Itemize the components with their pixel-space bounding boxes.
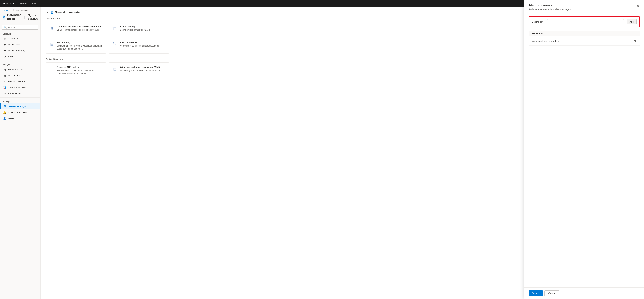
card-desc: Resolve device hostnames based on IP add… (57, 69, 103, 75)
detection-engines-icon: ◎ (49, 26, 54, 31)
card-title: Port naming (57, 41, 103, 44)
sidebar-item-label: Custom alert rules (8, 111, 26, 114)
risk-assessment-icon: ≡ (3, 80, 6, 83)
card-desc: Define unique names for VLANs (120, 29, 150, 32)
instance-label: contoso - 22.2.6 (20, 2, 36, 5)
sidebar-item-device-map[interactable]: ◉ Device map (0, 42, 40, 48)
card-desc: Selectively probe Windo... more informat… (120, 69, 161, 72)
port-naming-icon: ▤ (49, 42, 54, 47)
delete-button[interactable]: 🗑 (632, 38, 638, 44)
sidebar-item-overview[interactable]: ⊡ Overview (0, 36, 40, 42)
search-input[interactable] (8, 26, 37, 29)
reverse-dns-icon: ⊡ (49, 66, 54, 71)
vlan-naming-icon: ▦ (112, 26, 118, 31)
card-body: Windows endpoint monitoring (WMI) Select… (120, 66, 161, 72)
sidebar-item-label: Device inventory (8, 49, 25, 52)
sidebar-item-device-inventory[interactable]: ☰ Device inventory (0, 48, 40, 54)
title-sep: | (24, 15, 25, 19)
attack-vector-icon: 🗺 (3, 92, 6, 95)
sidebar-item-custom-alert-rules[interactable]: 🔔 Custom alert rules (0, 109, 40, 115)
sidebar-item-trends-statistics[interactable]: 📊 Trends & statistics (0, 85, 40, 90)
comment-text: Needs info from vendor team (531, 40, 632, 42)
sidebar-item-attack-vector[interactable]: 🗺 Attack vector (0, 90, 40, 96)
description-column-header: Description (531, 32, 630, 35)
search-icon: 🔍 (4, 26, 6, 29)
description-input[interactable] (547, 19, 624, 24)
sidebar-item-label: Data mining (8, 74, 20, 77)
panel-subtitle: Add custom comments to alert messages (528, 8, 570, 11)
topbar-divider: | (17, 2, 17, 5)
sidebar-item-label: Risk assessment (8, 80, 25, 83)
card-reverse-dns[interactable]: ⊡ Reverse DNS lookup Resolve device host… (46, 62, 106, 79)
customization-cards-grid: ◎ Detection engines and network modellin… (46, 22, 169, 54)
breadcrumb-home[interactable]: Home (3, 9, 8, 11)
device-inventory-icon: ☰ (3, 49, 6, 52)
alert-comments-panel: Alert comments Add custom comments to al… (524, 7, 644, 299)
breadcrumb: Home > System settings (0, 7, 40, 12)
section-icon: ⊞ (50, 11, 53, 15)
panel-body: Description* Add Description Needs info … (524, 13, 644, 287)
sidebar-item-label: Alerts (8, 55, 14, 58)
trends-icon: 📊 (3, 86, 6, 89)
panel-footer: Submit Cancel (524, 287, 644, 299)
card-title: Alert comments (120, 41, 159, 44)
section-collapse-button[interactable]: ▼ (46, 11, 49, 14)
data-mining-icon: ▦ (3, 74, 6, 77)
card-title: Detection engines and network modelling (57, 25, 102, 28)
sidebar-item-data-mining[interactable]: ▦ Data mining (0, 73, 40, 79)
panel-header: Alert comments Add custom comments to al… (524, 7, 644, 13)
active-discovery-cards-grid: ⊡ Reverse DNS lookup Resolve device host… (46, 62, 169, 79)
search-box[interactable]: 🔍 (2, 25, 38, 30)
page-title-area: ⚙ Defender for IoT | System settings (0, 12, 40, 23)
content-area: Home > System settings ⚙ Defender for Io… (0, 7, 644, 299)
event-timeline-icon: ▤ (3, 68, 6, 71)
card-alert-comments[interactable]: 🛡 Alert comments Add custom comments to … (109, 38, 169, 54)
device-map-icon: ◉ (3, 43, 6, 46)
sidebar-item-alerts[interactable]: 🛡 Alerts (0, 54, 40, 60)
breadcrumb-current: System settings (13, 9, 28, 11)
card-body: VLAN naming Define unique names for VLAN… (120, 25, 150, 32)
card-body: Reverse DNS lookup Resolve device hostna… (57, 66, 103, 75)
sidebar-item-users[interactable]: 👤 Users (0, 115, 40, 121)
sidebar-item-system-settings[interactable]: ⊞ System settings (0, 103, 40, 109)
panel-title: Alert comments (528, 7, 570, 7)
card-body: Detection engines and network modelling … (57, 25, 102, 32)
sidebar-item-label: Attack vector (8, 92, 21, 95)
card-body: Port naming Update names of universally … (57, 41, 103, 51)
card-vlan-naming[interactable]: ▦ VLAN naming Define unique names for VL… (109, 22, 169, 35)
sidebar-item-label: System settings (8, 105, 26, 108)
card-title: Windows endpoint monitoring (WMI) (120, 66, 161, 68)
windows-endpoint-icon: ▦ (112, 66, 118, 71)
card-title: VLAN naming (120, 25, 150, 28)
actions-column-header (630, 32, 638, 35)
sidebar-item-label: Overview (8, 37, 18, 40)
sidebar: Home > System settings ⚙ Defender for Io… (0, 7, 40, 299)
sidebar-item-risk-assessment[interactable]: ≡ Risk assessment (0, 79, 40, 85)
card-desc: Add custom comments to alert messages (120, 45, 159, 48)
discover-section-label: Discover (0, 31, 40, 36)
card-windows-endpoint[interactable]: ▦ Windows endpoint monitoring (WMI) Sele… (109, 62, 169, 79)
add-button[interactable]: Add (626, 19, 636, 24)
card-title: Reverse DNS lookup (57, 66, 103, 68)
card-detection-engines[interactable]: ◎ Detection engines and network modellin… (46, 22, 106, 35)
manage-section-label: Manage (0, 99, 40, 103)
overview-icon: ⊡ (3, 37, 6, 40)
table-row: Needs info from vendor team 🗑 (528, 36, 640, 46)
sidebar-item-event-timeline[interactable]: ▤ Event timeline (0, 67, 40, 73)
sidebar-item-label: Users (8, 117, 14, 120)
app-icon: ⚙ (3, 15, 5, 20)
sidebar-item-label: Trends & statistics (8, 86, 27, 89)
panel-close-button[interactable]: ✕ (636, 7, 640, 8)
app-name: Defender for IoT (7, 14, 21, 21)
comments-table: Description Needs info from vendor team … (528, 31, 640, 46)
card-desc: Update names of universally reserved por… (57, 45, 103, 51)
brand-name: Microsoft (3, 2, 14, 5)
sidebar-item-label: Device map (8, 43, 20, 46)
alerts-icon: 🛡 (3, 55, 6, 58)
panel-header-text: Alert comments Add custom comments to al… (528, 7, 570, 11)
card-port-naming[interactable]: ▤ Port naming Update names of universall… (46, 38, 106, 54)
submit-button[interactable]: Submit (528, 290, 543, 296)
page-name: System settings (28, 14, 38, 20)
cancel-button[interactable]: Cancel (544, 290, 559, 296)
breadcrumb-sep: > (10, 9, 11, 11)
